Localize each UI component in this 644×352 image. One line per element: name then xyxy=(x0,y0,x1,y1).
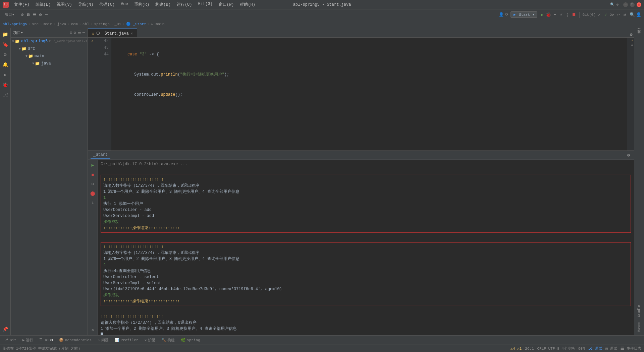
menu-view[interactable]: 视图(V) xyxy=(55,1,73,8)
run-stop-icon[interactable]: ⏹ xyxy=(571,12,577,17)
settings-icon[interactable]: ⚙ xyxy=(616,2,619,7)
menu-window[interactable]: 窗口(W) xyxy=(217,1,235,8)
nav-sep8: › xyxy=(122,22,125,26)
run-b1-l8: 操作成功 xyxy=(103,219,629,225)
tab-close-start[interactable]: ✕ xyxy=(131,31,133,36)
run-more-icon[interactable]: ⟩ xyxy=(565,12,570,17)
stop-icon[interactable]: ■ xyxy=(89,171,97,179)
toolbar-icon-3[interactable]: ☰ xyxy=(32,12,37,17)
bottom-tab-problems[interactable]: ⚠ 问题 xyxy=(95,337,111,343)
breadcrumb-abl[interactable]: abl xyxy=(83,22,89,26)
tab-settings-icon[interactable]: ⚙ xyxy=(629,32,634,37)
menu-help[interactable]: 帮助(H) xyxy=(238,1,257,8)
right-tab-notifications[interactable]: 通知 xyxy=(636,34,643,38)
run-config-button[interactable]: ▶ _Start ▾ xyxy=(511,11,537,18)
git-check2-icon[interactable]: ✓ xyxy=(603,12,608,17)
menu-git[interactable]: Git(G) xyxy=(197,1,214,8)
menu-build[interactable]: 构建(B) xyxy=(154,1,172,8)
bottom-tab-profiler[interactable]: 📊 Profiler xyxy=(112,337,141,343)
tree-item-src[interactable]: ▼ 📁 src xyxy=(11,45,88,52)
breadcrumb-spring5[interactable]: spring5 xyxy=(94,22,110,26)
sidebar-icon-bookmark[interactable]: 🔖 xyxy=(1,40,10,49)
menu-refactor[interactable]: 重构(R) xyxy=(133,1,151,8)
toolbar-sync-icon[interactable]: ⟳ xyxy=(505,12,508,17)
breadcrumb-java[interactable]: java xyxy=(57,22,66,26)
run-profiler-icon[interactable]: ⚡ xyxy=(558,12,564,17)
code-content[interactable]: case "3" -> { System.out.println("执行=3=随… xyxy=(111,38,627,150)
git-check-icon[interactable]: ✓ xyxy=(597,12,602,17)
run-panel-settings-icon[interactable]: ⚙ xyxy=(626,152,631,158)
menu-vue[interactable]: Vue xyxy=(119,1,129,8)
project-button[interactable]: 项目▾ xyxy=(3,11,16,18)
sidebar-icon-pin[interactable]: 📌 xyxy=(1,324,10,334)
bottom-tab-todo[interactable]: ☰ TODO xyxy=(37,337,55,343)
breadcrumb-src[interactable]: src xyxy=(32,22,39,26)
search-everywhere-icon[interactable]: 🔍 xyxy=(610,2,615,7)
breadcrumb-project[interactable]: abl-spring5 xyxy=(3,22,27,26)
menu-file[interactable]: 文件(F) xyxy=(13,1,31,8)
breadcrumb-01[interactable]: _01 xyxy=(114,22,121,26)
sidebar-icon-git[interactable]: ⎇ xyxy=(1,90,10,99)
menu-edit[interactable]: 编辑(E) xyxy=(34,1,52,8)
maximize-button[interactable]: □ xyxy=(630,2,635,7)
run-tab-active[interactable]: _Start xyxy=(91,152,110,159)
sidebar-icon-run[interactable]: ▶ xyxy=(1,70,10,79)
tab-start-java[interactable]: ☕ ⬡ _Start.java ✕ xyxy=(88,29,137,37)
bottom-tab-flame[interactable]: ⚒ 炉梁 xyxy=(142,337,158,343)
status-git-branch[interactable]: ⎇ 调试 xyxy=(588,346,602,351)
search-icon[interactable]: 🔍 xyxy=(630,12,635,17)
status-position[interactable]: 26:1 xyxy=(525,347,534,351)
resume-icon[interactable]: ⊙ xyxy=(89,180,97,188)
minimize-button[interactable]: ─ xyxy=(623,2,628,7)
panel-close-icon[interactable]: ─ xyxy=(83,30,85,35)
menu-navigate[interactable]: 导航(N) xyxy=(77,1,95,8)
toolbar-icon-1[interactable]: ⊙ xyxy=(20,12,25,17)
breadcrumb-main2[interactable]: ▸ main xyxy=(151,22,165,26)
status-eventlog[interactable]: ☰ 事件日志 xyxy=(621,346,641,351)
panel-filter-icon[interactable]: ☰ xyxy=(77,30,81,35)
tree-item-java[interactable]: ▼ 📁 java xyxy=(11,60,88,67)
run-play-icon[interactable]: ▶ xyxy=(539,12,545,17)
right-tab-maven[interactable]: Maven xyxy=(636,320,642,334)
git-translate-icon[interactable]: ⇄ xyxy=(622,12,628,17)
run-debug-icon[interactable]: 🐞 xyxy=(546,12,551,17)
close-panel-icon[interactable]: ✕ xyxy=(89,326,97,334)
sidebar-icon-debug[interactable]: 🐞 xyxy=(1,80,10,89)
bottom-tab-git[interactable]: ⎇ Git xyxy=(1,337,19,343)
status-encoding[interactable]: CRLF UTF-8 4个空格 xyxy=(537,346,575,351)
right-tab-gradle[interactable]: Gradle xyxy=(636,303,642,319)
sidebar-icon-notifications[interactable]: 🔔 xyxy=(1,60,10,69)
user-icon[interactable]: 👤 xyxy=(636,12,641,17)
status-debug[interactable]: ▤ 调试 xyxy=(605,346,617,351)
stop-red-icon[interactable]: ⬤ xyxy=(89,189,97,197)
git-more-icon[interactable]: ≫ xyxy=(609,12,615,17)
bottom-tab-build[interactable]: 🔨 构建 xyxy=(159,337,177,343)
breadcrumb-start[interactable]: 🔵 _Start xyxy=(126,22,146,26)
run-output[interactable]: C:\_path\jdk-17.0.2\bin\java.exe ... ↑↑↑… xyxy=(98,160,634,335)
rerun-icon[interactable]: ▶ xyxy=(89,161,97,169)
toolbar-minus-icon[interactable]: ─ xyxy=(44,12,49,17)
toolbar-icon-2[interactable]: ⊟ xyxy=(26,12,31,17)
status-tab-width[interactable]: 90% xyxy=(578,347,585,351)
panel-gear-icon[interactable]: ⚙ xyxy=(74,30,76,35)
breadcrumb-main[interactable]: main xyxy=(44,22,52,26)
right-tab-eventlog[interactable]: 事件日志 xyxy=(636,30,643,34)
tree-item-root[interactable]: ▼ 📁 abl-spring5 C:/_work/java/abl-spring… xyxy=(11,38,88,45)
sidebar-icon-structure[interactable]: ⚙ xyxy=(1,50,10,59)
toolbar-avatar[interactable]: 👤 xyxy=(499,12,504,17)
bottom-tab-spring[interactable]: 🌿 Spring xyxy=(178,337,203,343)
close-button[interactable]: ✕ xyxy=(637,2,641,7)
bottom-tab-dependencies[interactable]: 📦 Dependencies xyxy=(56,337,94,343)
breadcrumb-com[interactable]: com xyxy=(71,22,78,26)
menu-run[interactable]: 运行(U) xyxy=(175,1,194,8)
status-warnings[interactable]: ⚠4 △1 xyxy=(511,346,522,351)
toolbar-settings-icon[interactable]: ⚙ xyxy=(38,12,43,17)
bottom-tab-run[interactable]: ▶ 运行 xyxy=(20,337,36,343)
run-coverage-icon[interactable]: ☂ xyxy=(552,12,557,17)
scroll-end-icon[interactable]: ⇩ xyxy=(89,199,97,207)
sidebar-icon-project[interactable]: 📁 xyxy=(1,30,10,39)
panel-layout-icon[interactable]: ⊞ xyxy=(70,30,72,35)
git-undo-icon[interactable]: ↩ xyxy=(616,12,621,17)
menu-code[interactable]: 代码(C) xyxy=(98,1,116,8)
tree-item-main[interactable]: ▼ 📁 main xyxy=(11,52,88,60)
